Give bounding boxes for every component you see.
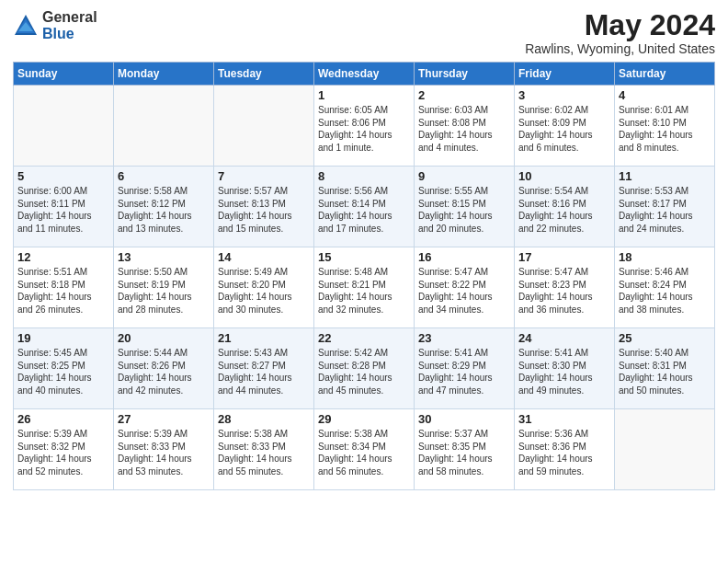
- day-number: 21: [218, 331, 310, 345]
- title-block: May 2024 Rawlins, Wyoming, United States: [525, 9, 715, 56]
- calendar-cell: 29Sunrise: 5:38 AM Sunset: 8:34 PM Dayli…: [314, 409, 415, 490]
- day-number: 22: [318, 331, 410, 345]
- day-info: Sunrise: 5:41 AM Sunset: 8:29 PM Dayligh…: [418, 347, 510, 396]
- calendar-cell: 14Sunrise: 5:49 AM Sunset: 8:20 PM Dayli…: [214, 247, 314, 328]
- day-info: Sunrise: 5:53 AM Sunset: 8:17 PM Dayligh…: [619, 185, 711, 235]
- day-number: 2: [418, 88, 510, 102]
- day-number: 9: [418, 169, 510, 183]
- calendar-cell: 24Sunrise: 5:41 AM Sunset: 8:30 PM Dayli…: [515, 328, 615, 409]
- day-number: 7: [218, 169, 310, 183]
- calendar-cell: 30Sunrise: 5:37 AM Sunset: 8:35 PM Dayli…: [415, 409, 515, 490]
- day-number: 3: [518, 88, 610, 102]
- day-number: 4: [619, 88, 711, 102]
- logo-blue: Blue: [42, 26, 97, 42]
- col-saturday: Saturday: [615, 63, 715, 86]
- day-info: Sunrise: 5:39 AM Sunset: 8:32 PM Dayligh…: [17, 428, 109, 477]
- page: General Blue May 2024 Rawlins, Wyoming, …: [0, 0, 728, 563]
- day-number: 8: [318, 169, 410, 183]
- day-number: 10: [518, 169, 610, 183]
- day-number: 28: [218, 412, 310, 426]
- calendar-cell: 2Sunrise: 6:03 AM Sunset: 8:08 PM Daylig…: [415, 86, 515, 167]
- logo-general: General: [42, 9, 97, 26]
- calendar-cell: [615, 409, 715, 490]
- calendar-cell: 12Sunrise: 5:51 AM Sunset: 8:18 PM Dayli…: [14, 247, 114, 328]
- day-info: Sunrise: 5:50 AM Sunset: 8:19 PM Dayligh…: [118, 266, 210, 316]
- col-friday: Friday: [515, 63, 615, 86]
- day-info: Sunrise: 5:38 AM Sunset: 8:34 PM Dayligh…: [318, 428, 410, 477]
- day-number: 17: [518, 250, 610, 264]
- day-number: 14: [218, 250, 310, 264]
- calendar-cell: 11Sunrise: 5:53 AM Sunset: 8:17 PM Dayli…: [615, 167, 715, 247]
- calendar-cell: 25Sunrise: 5:40 AM Sunset: 8:31 PM Dayli…: [615, 328, 715, 409]
- day-number: 18: [619, 250, 711, 264]
- day-info: Sunrise: 5:54 AM Sunset: 8:16 PM Dayligh…: [518, 185, 610, 235]
- col-monday: Monday: [114, 63, 214, 86]
- day-info: Sunrise: 5:43 AM Sunset: 8:27 PM Dayligh…: [218, 347, 310, 396]
- day-info: Sunrise: 5:57 AM Sunset: 8:13 PM Dayligh…: [218, 185, 310, 235]
- day-info: Sunrise: 6:02 AM Sunset: 8:09 PM Dayligh…: [518, 104, 610, 154]
- day-number: 11: [619, 169, 711, 183]
- calendar-cell: [214, 86, 314, 167]
- calendar-week-0: 1Sunrise: 6:05 AM Sunset: 8:06 PM Daylig…: [14, 86, 715, 167]
- day-info: Sunrise: 5:58 AM Sunset: 8:12 PM Dayligh…: [118, 185, 210, 235]
- calendar-cell: [114, 86, 214, 167]
- day-number: 12: [17, 250, 109, 264]
- day-info: Sunrise: 6:00 AM Sunset: 8:11 PM Dayligh…: [17, 185, 109, 235]
- col-thursday: Thursday: [415, 63, 515, 86]
- day-info: Sunrise: 5:36 AM Sunset: 8:36 PM Dayligh…: [518, 428, 610, 477]
- calendar-cell: [14, 86, 114, 167]
- day-number: 1: [318, 88, 410, 102]
- day-info: Sunrise: 5:44 AM Sunset: 8:26 PM Dayligh…: [118, 347, 210, 396]
- logo-icon: [13, 13, 39, 39]
- calendar-cell: 9Sunrise: 5:55 AM Sunset: 8:15 PM Daylig…: [415, 167, 515, 247]
- day-number: 31: [518, 412, 610, 426]
- day-info: Sunrise: 5:37 AM Sunset: 8:35 PM Dayligh…: [418, 428, 510, 477]
- day-number: 13: [118, 250, 210, 264]
- day-info: Sunrise: 5:48 AM Sunset: 8:21 PM Dayligh…: [318, 266, 410, 316]
- calendar-cell: 7Sunrise: 5:57 AM Sunset: 8:13 PM Daylig…: [214, 167, 314, 247]
- day-number: 15: [318, 250, 410, 264]
- day-number: 23: [418, 331, 510, 345]
- day-info: Sunrise: 5:49 AM Sunset: 8:20 PM Dayligh…: [218, 266, 310, 316]
- calendar-cell: 5Sunrise: 6:00 AM Sunset: 8:11 PM Daylig…: [14, 167, 114, 247]
- calendar-week-2: 12Sunrise: 5:51 AM Sunset: 8:18 PM Dayli…: [14, 247, 715, 328]
- calendar-cell: 21Sunrise: 5:43 AM Sunset: 8:27 PM Dayli…: [214, 328, 314, 409]
- calendar-cell: 1Sunrise: 6:05 AM Sunset: 8:06 PM Daylig…: [314, 86, 415, 167]
- calendar-week-3: 19Sunrise: 5:45 AM Sunset: 8:25 PM Dayli…: [14, 328, 715, 409]
- calendar-cell: 17Sunrise: 5:47 AM Sunset: 8:23 PM Dayli…: [515, 247, 615, 328]
- day-number: 27: [118, 412, 210, 426]
- day-info: Sunrise: 6:05 AM Sunset: 8:06 PM Dayligh…: [318, 104, 410, 154]
- col-wednesday: Wednesday: [314, 63, 415, 86]
- day-info: Sunrise: 5:46 AM Sunset: 8:24 PM Dayligh…: [619, 266, 711, 316]
- day-number: 5: [17, 169, 109, 183]
- day-info: Sunrise: 5:55 AM Sunset: 8:15 PM Dayligh…: [418, 185, 510, 235]
- calendar-cell: 8Sunrise: 5:56 AM Sunset: 8:14 PM Daylig…: [314, 167, 415, 247]
- calendar-cell: 27Sunrise: 5:39 AM Sunset: 8:33 PM Dayli…: [114, 409, 214, 490]
- calendar-cell: 22Sunrise: 5:42 AM Sunset: 8:28 PM Dayli…: [314, 328, 415, 409]
- logo: General Blue: [13, 9, 97, 41]
- calendar-cell: 18Sunrise: 5:46 AM Sunset: 8:24 PM Dayli…: [615, 247, 715, 328]
- day-info: Sunrise: 5:42 AM Sunset: 8:28 PM Dayligh…: [318, 347, 410, 396]
- calendar-cell: 15Sunrise: 5:48 AM Sunset: 8:21 PM Dayli…: [314, 247, 415, 328]
- day-info: Sunrise: 6:03 AM Sunset: 8:08 PM Dayligh…: [418, 104, 510, 154]
- calendar-cell: 6Sunrise: 5:58 AM Sunset: 8:12 PM Daylig…: [114, 167, 214, 247]
- day-info: Sunrise: 5:41 AM Sunset: 8:30 PM Dayligh…: [518, 347, 610, 396]
- day-number: 29: [318, 412, 410, 426]
- day-info: Sunrise: 5:40 AM Sunset: 8:31 PM Dayligh…: [619, 347, 711, 396]
- calendar-cell: 3Sunrise: 6:02 AM Sunset: 8:09 PM Daylig…: [515, 86, 615, 167]
- day-number: 20: [118, 331, 210, 345]
- calendar-cell: 10Sunrise: 5:54 AM Sunset: 8:16 PM Dayli…: [515, 167, 615, 247]
- col-tuesday: Tuesday: [214, 63, 314, 86]
- day-number: 6: [118, 169, 210, 183]
- day-info: Sunrise: 5:47 AM Sunset: 8:22 PM Dayligh…: [418, 266, 510, 316]
- calendar: Sunday Monday Tuesday Wednesday Thursday…: [13, 62, 715, 490]
- logo-text: General Blue: [42, 9, 97, 41]
- calendar-cell: 28Sunrise: 5:38 AM Sunset: 8:33 PM Dayli…: [214, 409, 314, 490]
- month-title: May 2024: [525, 9, 715, 41]
- day-info: Sunrise: 5:56 AM Sunset: 8:14 PM Dayligh…: [318, 185, 410, 235]
- calendar-cell: 13Sunrise: 5:50 AM Sunset: 8:19 PM Dayli…: [114, 247, 214, 328]
- day-info: Sunrise: 5:38 AM Sunset: 8:33 PM Dayligh…: [218, 428, 310, 477]
- calendar-cell: 31Sunrise: 5:36 AM Sunset: 8:36 PM Dayli…: [515, 409, 615, 490]
- day-info: Sunrise: 6:01 AM Sunset: 8:10 PM Dayligh…: [619, 104, 711, 154]
- calendar-cell: 4Sunrise: 6:01 AM Sunset: 8:10 PM Daylig…: [615, 86, 715, 167]
